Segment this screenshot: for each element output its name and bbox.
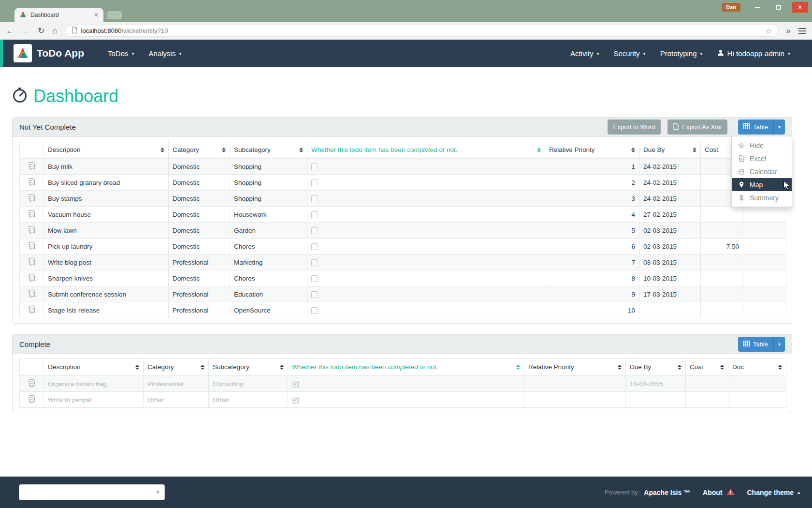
todo-item-icon[interactable] (28, 379, 35, 387)
todo-item-icon[interactable] (28, 162, 35, 170)
sort-icon[interactable] (201, 365, 204, 370)
todo-item-icon[interactable] (28, 395, 35, 403)
close-button[interactable]: ✕ (792, 2, 808, 13)
sort-icon[interactable] (631, 148, 635, 152)
column-description[interactable]: Description (44, 359, 144, 376)
completed-checkbox[interactable] (311, 291, 318, 298)
completed-checkbox[interactable] (311, 211, 318, 218)
sort-icon[interactable] (618, 365, 622, 370)
dropdown-item-excel[interactable]: Excel (732, 152, 792, 165)
sort-icon[interactable] (222, 148, 226, 152)
table-view-caret-button[interactable]: ▾ (773, 120, 785, 134)
browser-tab[interactable]: Dashboard ✕ (14, 8, 103, 22)
sort-icon[interactable] (537, 148, 541, 152)
table-row[interactable]: Write blog postProfessionalMarketing703-… (20, 254, 786, 270)
todo-item-icon[interactable] (28, 241, 35, 250)
dropdown-item-summary[interactable]: $Summary (732, 191, 792, 204)
export-word-button[interactable]: Export to Word (608, 120, 661, 134)
menu-user[interactable]: Hi todoapp-admin▾ (710, 45, 798, 62)
sort-icon[interactable] (299, 148, 303, 152)
column-cost[interactable]: Cost (686, 359, 728, 376)
completed-checkbox[interactable] (311, 243, 318, 250)
sort-icon[interactable] (160, 148, 164, 152)
bookmark-star-icon[interactable]: ☆ (766, 27, 772, 35)
todo-item-icon[interactable] (28, 209, 35, 218)
table-view-button[interactable]: Table (738, 337, 773, 352)
sort-icon[interactable] (720, 365, 724, 370)
table-row[interactable]: Write to penpalOtherOther (20, 392, 786, 408)
table-row[interactable]: Buy milkDomesticShopping124-02-2015 (20, 159, 786, 175)
extensions-chevron-icon[interactable]: » (786, 27, 791, 35)
combo-caret-icon[interactable]: ▾ (151, 485, 164, 500)
sort-icon[interactable] (678, 365, 682, 370)
table-row[interactable]: Buy sliced granary breadDomesticShopping… (20, 175, 786, 191)
todo-item-icon[interactable] (28, 225, 35, 234)
profile-badge[interactable]: Dan (722, 3, 740, 12)
column-completed[interactable]: Whether this todo item has been complete… (307, 141, 545, 159)
todo-item-icon[interactable] (28, 289, 35, 298)
completed-checkbox[interactable] (311, 195, 318, 202)
column-subcategory[interactable]: Subcategory (230, 141, 307, 159)
sort-icon[interactable] (693, 148, 696, 152)
sort-icon[interactable] (280, 365, 284, 370)
completed-checkbox[interactable] (311, 275, 318, 282)
completed-checkbox[interactable] (311, 307, 318, 314)
new-tab-button[interactable] (107, 11, 122, 19)
column-category[interactable]: Category (144, 359, 209, 376)
tab-close-icon[interactable]: ✕ (94, 12, 99, 18)
column-priority[interactable]: Relative Priority (545, 141, 639, 159)
column-priority[interactable]: Relative Priority (524, 359, 626, 376)
column-doc[interactable]: Doc (728, 359, 786, 376)
todo-item-icon[interactable] (28, 305, 35, 314)
browser-menu-icon[interactable] (798, 28, 806, 34)
column-subcategory[interactable]: Subcategory (209, 359, 288, 376)
completed-checkbox[interactable] (311, 164, 318, 170)
forward-button[interactable]: → (22, 27, 30, 35)
dropdown-item-calendar[interactable]: Calendar (732, 165, 792, 178)
table-view-button[interactable]: Table (738, 120, 773, 134)
todo-item-icon[interactable] (28, 194, 35, 202)
column-due-by[interactable]: Due By (626, 359, 686, 376)
column-due-by[interactable]: Due By (639, 141, 701, 159)
menu-prototyping[interactable]: Prototyping▾ (653, 45, 710, 62)
completed-checkbox[interactable] (292, 381, 299, 388)
menu-todos[interactable]: ToDos▾ (101, 45, 142, 62)
sort-icon[interactable] (778, 365, 782, 370)
todo-item-icon[interactable] (28, 178, 35, 186)
menu-analysis[interactable]: Analysis▾ (142, 45, 189, 62)
menu-security[interactable]: Security▾ (606, 45, 652, 62)
dropdown-item-hide[interactable]: Hide (732, 139, 792, 152)
column-category[interactable]: Category (169, 141, 230, 159)
export-xml-button[interactable]: Export As Xml (667, 120, 727, 134)
table-row[interactable]: Buy stampsDomesticShopping324-02-2015 (20, 191, 786, 207)
todo-item-icon[interactable] (28, 273, 35, 282)
sort-icon[interactable] (516, 365, 520, 370)
todo-item-icon[interactable] (28, 257, 35, 266)
table-row[interactable]: Stage Isis releaseProfessionalOpenSource… (20, 302, 786, 318)
table-row[interactable]: Vacuum houseDomesticHousework427-02-2015 (20, 207, 786, 223)
menu-activity[interactable]: Activity▾ (563, 45, 607, 62)
table-row[interactable]: Organize brown bagProfessionalConsulting… (20, 376, 786, 392)
table-view-caret-button[interactable]: ▾ (773, 337, 785, 352)
maximize-button[interactable] (770, 2, 787, 13)
refresh-button[interactable]: ↻ (38, 27, 44, 35)
about-link[interactable]: About (703, 488, 734, 497)
minimize-button[interactable] (749, 2, 766, 13)
completed-checkbox[interactable] (311, 227, 318, 234)
completed-checkbox[interactable] (311, 179, 318, 186)
completed-checkbox[interactable] (311, 259, 318, 266)
theme-select[interactable]: ▾ (19, 484, 165, 500)
apache-isis-label[interactable]: Apache Isis ™ (644, 489, 690, 496)
column-description[interactable]: Description (44, 141, 169, 159)
completed-checkbox[interactable] (292, 397, 299, 403)
back-button[interactable]: ← (6, 27, 14, 35)
brand[interactable]: ToDo App (14, 44, 84, 62)
table-row[interactable]: Sharpen knivesDomesticChores810-03-2015 (20, 270, 786, 286)
sort-icon[interactable] (135, 365, 139, 370)
column-completed[interactable]: Whether this todo item has been complete… (288, 359, 524, 376)
table-row[interactable]: Submit conference sessionProfessionalEdu… (20, 286, 786, 302)
url-bar[interactable]: localhost:8080/wicket/entity?10 ☆ (65, 25, 779, 37)
table-row[interactable]: Pick up laundryDomesticChores602-03-2015… (20, 239, 786, 254)
change-theme-link[interactable]: Change theme▴ (747, 489, 800, 496)
table-row[interactable]: Mow lawnDomesticGarden502-03-2015 (20, 223, 786, 239)
